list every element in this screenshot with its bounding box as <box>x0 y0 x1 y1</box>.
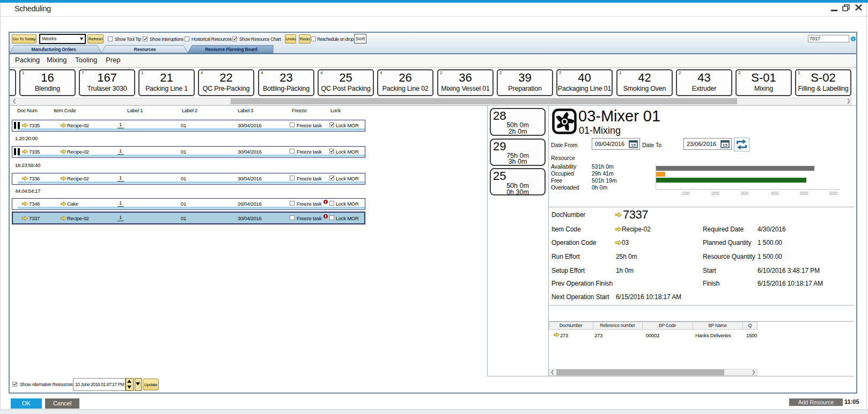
svg-text:15: 15 <box>631 143 636 148</box>
svg-text:Manufacturing Orders: Manufacturing Orders <box>32 47 76 52</box>
svg-text:Resource Planning Board: Resource Planning Board <box>205 47 257 52</box>
svg-text:15: 15 <box>723 143 727 148</box>
svg-text:Resources: Resources <box>134 47 156 52</box>
